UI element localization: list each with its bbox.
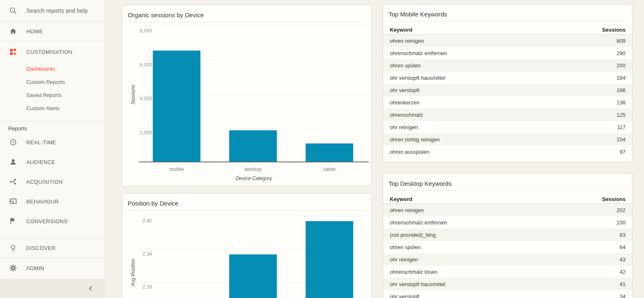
sidebar-item-customisation[interactable]: CUSTOMISATION (0, 42, 104, 62)
clock-icon (9, 138, 17, 146)
customisation-submenu: Dashboards Custom Reports Saved Reports … (0, 62, 104, 121)
sidebar-item-home[interactable]: HOME (0, 22, 104, 41)
flag-icon (9, 217, 17, 225)
sessions-cell: 100 (616, 219, 626, 226)
sessions-cell: 290 (616, 50, 626, 56)
search-icon (9, 7, 17, 15)
keyword-cell: ohren richtig reinigen (390, 136, 439, 143)
window-split-icon (9, 197, 17, 206)
sidebar-item-label: HOME (26, 28, 43, 35)
keyword-cell: ohr reinigen (390, 124, 418, 130)
y-axis-tick-label: 2,000 (126, 130, 152, 136)
keyword-cell: ohr reinigen (390, 256, 418, 263)
sessions-cell: 64 (620, 244, 626, 250)
reports-section-label: Reports (0, 121, 104, 132)
chevron-left-icon[interactable] (87, 285, 94, 292)
sessions-cell: 43 (620, 256, 626, 263)
table-row: ohrenschmalz125 (383, 109, 632, 121)
table-row: (not provided)_bing83 (383, 229, 632, 241)
sidebar-item-acquisition[interactable]: ACQUISITION (0, 172, 104, 192)
sidebar-item-conversions[interactable]: CONVERSIONS (0, 211, 104, 231)
y-axis-tick-label: 4,000 (126, 96, 152, 102)
sidebar-item-label: REAL-TIME (26, 139, 56, 146)
table-header: Keyword Sessions (383, 194, 632, 204)
x-axis-category-label: mobile (153, 166, 200, 172)
keyword-cell: ohr verstopft hausmittel (390, 281, 445, 287)
table-row: ohr verstopft hausmittel184 (383, 72, 632, 84)
lightbulb-icon (9, 244, 17, 252)
table-row: ohr verstopft34 (383, 290, 632, 298)
table-row: ohrenkerzen136 (383, 96, 632, 109)
sessions-cell: 184 (616, 75, 626, 81)
table-row: ohren spülen200 (383, 59, 632, 72)
keyword-cell: ohrenkerzen (390, 99, 419, 106)
bar-tablet[interactable] (306, 143, 353, 162)
sessions-cell: 83 (620, 232, 626, 238)
column-header-keyword: Keyword (390, 27, 412, 33)
table-row: ohren spülen64 (383, 241, 632, 253)
table-row: ohrenschmalz lösen42 (383, 266, 632, 278)
sidebar-item-label: BEHAVIOUR (26, 199, 59, 205)
table-row: ohr verstopft166 (383, 84, 632, 96)
sessions-cell: 97 (620, 149, 626, 155)
sidebar-item-saved-reports[interactable]: Saved Reports (0, 88, 104, 102)
bar-mobile[interactable] (153, 51, 200, 162)
sidebar-item-label: ACQUISITION (26, 179, 63, 185)
keyword-cell: ohrenschmalz entfernen (390, 50, 447, 56)
bar-tablet[interactable] (306, 221, 353, 298)
home-icon (9, 27, 17, 35)
y-axis-title: Sessions (130, 70, 136, 119)
column-header-sessions: Sessions (602, 196, 626, 202)
table-row: ohr verstopft hausmittel41 (383, 278, 632, 290)
gear-icon (9, 264, 17, 272)
table-row: ohr reinigen43 (383, 253, 632, 266)
sidebar-item-discover[interactable]: DISCOVER (0, 238, 104, 258)
keyword-cell: ohren reinigen (390, 38, 424, 44)
sidebar-item-custom-alerts[interactable]: Custom Alerts (0, 102, 104, 115)
x-axis-title: Device Category (139, 176, 369, 181)
y-axis-tick-label: 2.28 (126, 284, 152, 290)
sessions-cell: 809 (616, 38, 626, 44)
table-body: ohren reinigen809ohrenschmalz entfernen2… (383, 35, 632, 158)
keyword-cell: ohrenschmalz (390, 112, 423, 118)
table-row: ohrenschmalz entfernen100 (383, 216, 632, 229)
sidebar-item-dashboards[interactable]: Dashboards (0, 62, 104, 75)
sessions-cell: 200 (616, 62, 626, 69)
chart-card-organic-sessions: Organic sessions by Device Sessions 8,00… (122, 5, 372, 186)
x-axis-category-label: tablet (306, 166, 353, 172)
sidebar-item-audience[interactable]: AUDIENCE (0, 152, 104, 172)
sidebar-collapse-bar (0, 279, 104, 298)
keyword-cell: ohr verstopft hausmittel (390, 75, 445, 81)
table-header: Keyword Sessions (383, 25, 632, 35)
card-title-divider (388, 190, 627, 191)
keyword-cell: ohren spülen (390, 244, 421, 250)
table-card-top-mobile-keywords: Top Mobile Keywords Keyword Sessions ohr… (383, 4, 632, 162)
keyword-cell: ohrenschmalz lösen (390, 269, 437, 275)
table-row: ohren ausspülen97 (383, 146, 632, 158)
bar-desktop[interactable] (229, 254, 277, 298)
y-axis-tick-label: 6,000 (126, 62, 152, 68)
customisation-icon (9, 48, 17, 56)
y-axis-tick-label: 2.34 (126, 251, 152, 257)
table-row: ohren reinigen809 (383, 35, 632, 47)
table-row: ohren reinigen202 (383, 204, 632, 216)
gridline (139, 26, 369, 26)
sidebar-item-behaviour[interactable]: BEHAVIOUR (0, 192, 104, 211)
person-icon (9, 158, 17, 166)
sessions-cell: 202 (616, 207, 626, 213)
keyword-cell: (not provided)_bing (390, 232, 436, 238)
y-axis-tick-label: 2.40 (126, 218, 152, 224)
sessions-cell: 34 (620, 293, 626, 298)
bar-desktop[interactable] (229, 130, 277, 162)
keyword-cell: ohr verstopft (390, 293, 419, 298)
keyword-cell: ohren reinigen (390, 207, 424, 213)
sidebar-item-custom-reports[interactable]: Custom Reports (0, 75, 104, 88)
sidebar-item-label: ADMIN (26, 265, 44, 271)
search-bar[interactable] (0, 0, 104, 22)
sessions-cell: 42 (620, 269, 626, 275)
search-input[interactable] (26, 7, 92, 14)
sidebar-item-real-time[interactable]: REAL-TIME (0, 132, 104, 152)
card-title: Top Desktop Keywords (389, 180, 451, 187)
sidebar-item-admin[interactable]: ADMIN (0, 258, 104, 278)
sidebar-item-label: AUDIENCE (26, 159, 55, 165)
